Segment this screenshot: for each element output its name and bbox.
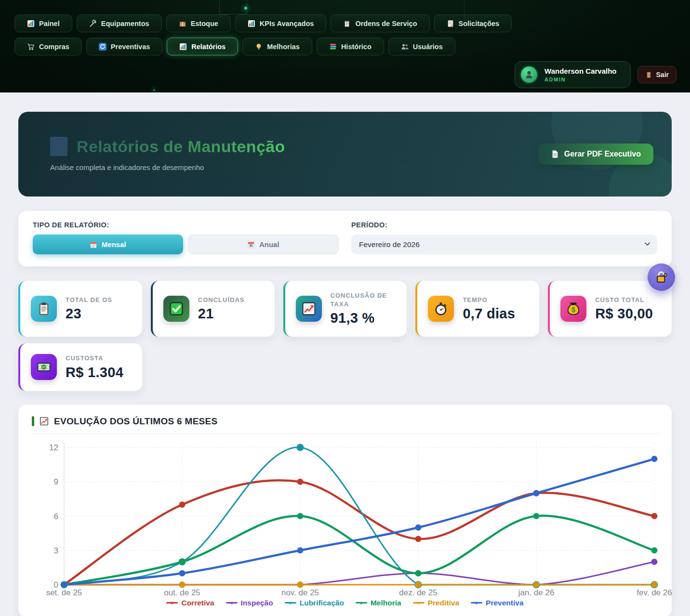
svg-text:out. de 25: out. de 25	[164, 588, 200, 597]
svg-text:fev. de 26: fev. de 26	[637, 588, 672, 597]
top-navigation: PainelEquipamentosEstoqueKPIs AvançadosO…	[0, 0, 690, 92]
nav-item-compras[interactable]: Compras	[14, 38, 82, 55]
box-icon	[179, 20, 186, 27]
kpi-label: TEMPO	[463, 296, 515, 304]
nav-item-relatorios[interactable]: Relatórios	[167, 38, 238, 55]
legend-label: Preventiva	[486, 599, 523, 607]
logout-button[interactable]: Sair	[637, 66, 677, 83]
wrench-icon	[89, 20, 97, 27]
cart-icon	[27, 43, 35, 51]
kpi-value: 91,3 %	[331, 310, 400, 326]
kpi-value: R$ 1.304	[66, 365, 123, 380]
evolution-line-chart: 036912set. de 25out. de 25nov. de 25dez.…	[32, 438, 658, 597]
anual-label: Anual	[259, 240, 279, 249]
nav-item-preventivas[interactable]: Preventivas	[86, 38, 162, 55]
report-type-anual-button[interactable]: 31 Anual	[188, 235, 339, 254]
clipboard-icon	[343, 20, 351, 27]
kpi-card-custosta: $CUSTOSTAR$ 1.304	[18, 343, 142, 391]
bulb-icon	[255, 43, 263, 51]
kpi-card-taxa-conclusao: CONCLUSÃO DE TAXA91,3 %	[283, 281, 407, 337]
legend-marker	[356, 602, 367, 603]
report-icon	[50, 137, 67, 156]
legend-item-inspecao[interactable]: Inspeção	[226, 599, 273, 607]
refresh-icon	[99, 43, 106, 51]
report-type-mensal-button[interactable]: Mensal	[33, 235, 183, 254]
legend-label: Corretiva	[181, 599, 214, 607]
nav-item-label: Compras	[39, 43, 69, 51]
kpi-label: TOTAL DE OS	[66, 296, 112, 304]
period-label: PERÍODO:	[351, 221, 657, 229]
divider	[32, 433, 658, 434]
svg-text:3: 3	[54, 546, 58, 555]
svg-text:dez. de 25: dez. de 25	[399, 588, 437, 597]
nav-item-label: Relatórios	[191, 43, 226, 51]
svg-text:nov. de 25: nov. de 25	[281, 588, 319, 597]
legend-item-preventiva[interactable]: Preventiva	[471, 599, 523, 607]
generate-pdf-button[interactable]: Gerar PDF Executivo	[538, 144, 653, 165]
kpi-card-custo-total: $CUSTO TOTALR$ 30,00	[548, 281, 672, 337]
period-section: PERÍODO: Fevereiro de 2026	[351, 221, 657, 254]
nav-item-label: Ordens de Serviço	[355, 20, 417, 27]
legend-item-corretiva[interactable]: Corretiva	[166, 599, 214, 607]
bar-chart-icon	[248, 20, 255, 27]
circuit-line-decoration	[289, 53, 390, 53]
nav-item-usuarios[interactable]: Usuários	[388, 38, 455, 55]
person-icon	[524, 69, 534, 80]
nav-item-solicitacoes[interactable]: Solicitações	[434, 14, 512, 32]
nav-item-painel[interactable]: Painel	[14, 14, 72, 32]
kpi-grid: TOTAL DE OS23CONCLUÍDAS21CONCLUSÃO DE TA…	[18, 281, 672, 391]
banknote-icon: $	[31, 354, 57, 380]
svg-text:$: $	[42, 364, 45, 370]
nav-row-1: PainelEquipamentosEstoqueKPIs AvançadosO…	[14, 14, 690, 32]
glow-dot-decoration	[244, 7, 247, 10]
nav-item-label: Estoque	[191, 20, 218, 27]
user-row: Wanderson Carvalho ADMIN Sair	[515, 61, 677, 88]
nav-item-label: Equipamentos	[101, 20, 149, 27]
books-icon	[329, 43, 337, 51]
svg-text:6: 6	[54, 511, 58, 521]
user-role-badge: ADMIN	[544, 77, 616, 82]
glow-dot-decoration	[153, 89, 155, 91]
chart-title: EVOLUÇÃO DOS ÚLTIMOS 6 MESES	[54, 416, 218, 427]
legend-label: Melhoria	[371, 599, 401, 607]
nav-item-estoque[interactable]: Estoque	[166, 14, 231, 32]
circuit-line-decoration	[464, 0, 464, 30]
svg-text:12: 12	[49, 443, 58, 452]
svg-text:31: 31	[249, 244, 253, 247]
chart-card: EVOLUÇÃO DOS ÚLTIMOS 6 MESES 036912set. …	[18, 405, 672, 616]
kpi-value: 0,7 dias	[463, 306, 515, 322]
kpi-value: 23	[66, 306, 112, 322]
user-chip[interactable]: Wanderson Carvalho ADMIN	[515, 61, 630, 88]
calendar-icon	[90, 241, 97, 249]
page-title: Relatórios de Manutenção	[77, 137, 285, 156]
main-content: Relatórios de Manutenção Análise complet…	[0, 92, 690, 616]
bar-chart-icon	[27, 20, 35, 27]
page-subtitle: Análise completa e indicadores de desemp…	[50, 163, 285, 171]
bar-chart-icon	[179, 43, 187, 51]
filter-card: TIPO DE RELATÓRIO: Mensal 31 Anual PERÍO…	[18, 211, 672, 266]
legend-marker	[413, 602, 425, 603]
legend-marker	[226, 602, 238, 603]
moneybag-icon: $	[560, 296, 586, 322]
legend-item-melhoria[interactable]: Melhoria	[356, 599, 401, 607]
legend-marker	[166, 602, 178, 603]
legend-item-preditiva[interactable]: Preditiva	[413, 599, 459, 607]
period-select[interactable]: Fevereiro de 2026	[351, 235, 657, 254]
lock-icon	[654, 270, 668, 284]
legend-marker	[285, 602, 296, 603]
user-name: Wanderson Carvalho	[544, 67, 616, 75]
svg-text:$: $	[571, 306, 575, 314]
svg-text:jan. de 26: jan. de 26	[518, 588, 555, 597]
users-icon	[401, 43, 409, 51]
chart-header: EVOLUÇÃO DOS ÚLTIMOS 6 MESES	[32, 416, 658, 427]
legend-item-lubrificacao[interactable]: Lubrificação	[285, 599, 344, 607]
svg-text:set. de 25: set. de 25	[46, 588, 82, 597]
calendar-31-icon: 31	[247, 241, 255, 249]
nav-item-equipamentos[interactable]: Equipamentos	[77, 14, 162, 32]
nav-item-ordens-de-servico[interactable]: Ordens de Serviço	[331, 14, 429, 32]
nav-item-kpis-avancados[interactable]: KPIs Avançados	[235, 14, 327, 32]
kpi-label: CUSTOSTA	[66, 354, 123, 363]
lock-fab-button[interactable]	[648, 263, 675, 291]
clipboard-icon	[31, 296, 57, 322]
check-icon	[163, 296, 189, 322]
